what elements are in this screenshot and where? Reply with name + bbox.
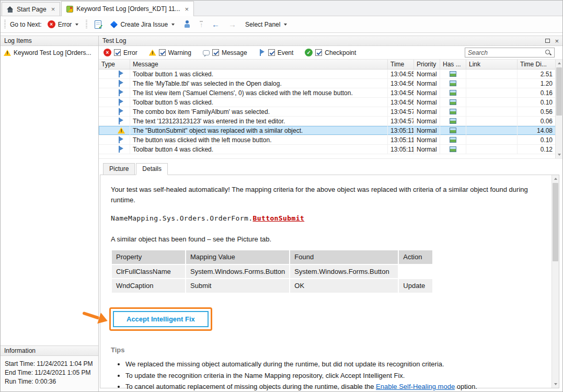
cell-time: 13:05:11 bbox=[388, 145, 414, 154]
cell-type bbox=[99, 98, 130, 107]
mapping-path: NameMapping.Sys.Orders.OrderForm.ButtonS… bbox=[111, 213, 541, 224]
cell-time: 13:04:56 bbox=[388, 98, 414, 107]
warning-checkbox[interactable] bbox=[159, 49, 166, 56]
event-icon bbox=[118, 108, 124, 115]
filter-label: Warning bbox=[168, 49, 191, 56]
warning-icon bbox=[118, 128, 125, 134]
go-to-next-error-button[interactable]: × Error bbox=[44, 18, 82, 30]
cell-time-diff: 0.10 bbox=[518, 135, 556, 144]
search-input[interactable] bbox=[468, 49, 545, 56]
details-table-cell: Update bbox=[399, 279, 432, 293]
event-checkbox[interactable] bbox=[268, 49, 275, 56]
keyword-test-log-icon bbox=[66, 6, 73, 13]
chevron-down-icon bbox=[284, 24, 287, 26]
tab-label: Details bbox=[142, 165, 162, 172]
log-row[interactable]: Toolbar button 1 was clicked.13:04:55Nor… bbox=[99, 70, 556, 79]
log-items-title: Log Items bbox=[4, 37, 32, 44]
arrow-left-icon: ← bbox=[212, 20, 220, 28]
filter-event[interactable]: Event bbox=[259, 49, 294, 56]
checkpoint-checkbox[interactable] bbox=[315, 49, 322, 56]
filter-error[interactable]: ×Error bbox=[104, 49, 137, 56]
tab-picture[interactable]: Picture bbox=[103, 163, 135, 175]
picture-icon bbox=[450, 80, 456, 86]
search-box bbox=[465, 48, 555, 57]
scrollbar-thumb[interactable] bbox=[556, 67, 562, 116]
accept-intelligent-fix-button[interactable]: Accept Intelligent Fix bbox=[113, 311, 209, 327]
scrollbar-thumb[interactable] bbox=[553, 183, 558, 261]
select-panel-label: Select Panel bbox=[245, 21, 280, 28]
mapping-highlight[interactable]: ButtonSubmit bbox=[252, 214, 304, 222]
details-column-header: Action bbox=[399, 250, 432, 264]
error-checkbox[interactable] bbox=[114, 49, 121, 56]
maximize-icon[interactable] bbox=[545, 39, 550, 43]
scroll-up-button[interactable] bbox=[552, 175, 559, 182]
search-icon[interactable] bbox=[545, 49, 551, 56]
log-row[interactable]: The text '123123123123' was entered in t… bbox=[99, 117, 556, 126]
log-row[interactable]: The list view item ('Samuel Clemens', 0)… bbox=[99, 88, 556, 98]
scroll-down-button[interactable] bbox=[552, 381, 559, 388]
home-icon bbox=[7, 6, 14, 13]
log-row[interactable]: Toolbar button 4 was clicked.13:05:11Nor… bbox=[99, 145, 556, 154]
tab-details[interactable]: Details bbox=[136, 163, 168, 175]
picture-icon bbox=[450, 99, 456, 105]
column-header[interactable]: Link bbox=[466, 60, 518, 69]
close-icon[interactable]: × bbox=[555, 38, 559, 44]
go-back-button[interactable]: ← bbox=[209, 18, 223, 30]
details-table-cell: WndCaption bbox=[112, 279, 185, 293]
cell-time-diff: 0.56 bbox=[518, 107, 556, 116]
column-header[interactable]: Message bbox=[130, 60, 388, 69]
tip-item: To update the recognition criteria in th… bbox=[125, 371, 541, 381]
column-header[interactable]: Time bbox=[388, 60, 414, 69]
tab-keyword-test-log[interactable]: Keyword Test Log [Orders_KDT] 11... × bbox=[61, 1, 194, 16]
cell-has-picture bbox=[440, 117, 466, 125]
filter-checkpoint[interactable]: ✓Checkpoint bbox=[305, 49, 356, 56]
select-panel-button[interactable]: Select Panel bbox=[242, 19, 290, 30]
log-table: TypeMessageTimePriorityHas ...LinkTime D… bbox=[99, 60, 562, 159]
log-scrollbar[interactable] bbox=[555, 60, 562, 158]
cell-has-picture bbox=[440, 88, 466, 97]
filter-message[interactable]: Message bbox=[203, 49, 247, 56]
close-icon[interactable]: × bbox=[185, 6, 189, 13]
tip-item: To cancel automatic replacement of missi… bbox=[125, 382, 541, 392]
information-title: Information bbox=[4, 347, 36, 354]
self-healed-text: Your test was self-healed automatically!… bbox=[111, 185, 541, 205]
close-icon[interactable]: × bbox=[51, 6, 55, 13]
filter-warning[interactable]: Warning bbox=[149, 49, 191, 56]
create-jira-issue-button[interactable]: Create Jira Issue bbox=[107, 19, 178, 30]
column-header[interactable]: Type bbox=[99, 60, 130, 69]
event-icon bbox=[118, 80, 124, 87]
scroll-down-button[interactable] bbox=[556, 151, 562, 158]
tab-start-page[interactable]: Start Page × bbox=[2, 2, 60, 16]
post-issue-button[interactable] bbox=[180, 18, 194, 30]
details-panel: Your test was self-healed automatically!… bbox=[100, 175, 559, 388]
log-row[interactable]: Toolbar button 5 was clicked.13:04:56Nor… bbox=[99, 98, 556, 107]
details-scrollbar[interactable] bbox=[551, 175, 559, 388]
tab-label: Start Page bbox=[17, 6, 47, 13]
event-icon bbox=[118, 118, 124, 124]
details-table-row: ClrFullClassNameSystem.Windows.Forms.But… bbox=[112, 265, 432, 279]
triangle-down-icon bbox=[558, 154, 561, 156]
tip-link[interactable]: Enable Self-Healing mode bbox=[376, 383, 455, 390]
go-forward-button[interactable]: → bbox=[225, 18, 239, 30]
test-log-panel: Test Log × ×ErrorWarningMessageEvent✓Che… bbox=[99, 36, 562, 391]
export-log-button[interactable] bbox=[91, 18, 105, 31]
log-row[interactable]: The combo box item 'FamilyAlbum' was sel… bbox=[99, 107, 556, 117]
scroll-up-button[interactable] bbox=[556, 60, 562, 67]
column-header[interactable]: Has ... bbox=[440, 60, 466, 69]
cell-time-diff: 0.16 bbox=[518, 88, 556, 97]
cell-has-picture bbox=[440, 126, 466, 135]
tree-item-keyword-test-log[interactable]: Keyword Test Log [Orders... bbox=[2, 48, 97, 57]
run-time: Run Time: 0:00:36 bbox=[5, 377, 94, 386]
message-checkbox[interactable] bbox=[212, 49, 219, 56]
start-time: Start Time: 11/24/2021 1:04 PM bbox=[5, 360, 94, 368]
triangle-down-icon bbox=[554, 383, 557, 385]
column-header[interactable]: Time Di... bbox=[518, 60, 556, 69]
chevron-down-icon bbox=[171, 24, 175, 26]
event-icon bbox=[118, 89, 124, 96]
go-to-parent-button[interactable]: ↑ bbox=[197, 19, 206, 30]
log-row[interactable]: The button was clicked with the left mou… bbox=[99, 135, 556, 145]
log-row[interactable]: The "ButtonSubmit" object was replaced w… bbox=[99, 126, 556, 135]
details-table-cell: System.Windows.Forms.Button bbox=[290, 265, 398, 279]
log-row[interactable]: The file 'MyTable.tbl' was selected in t… bbox=[99, 79, 556, 88]
column-header[interactable]: Priority bbox=[414, 60, 440, 69]
